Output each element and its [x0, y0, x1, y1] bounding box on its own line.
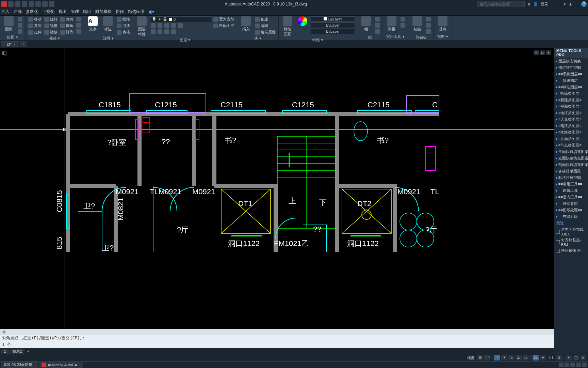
status-snap-icon[interactable]: ⋮⋮ — [484, 355, 490, 361]
layout-tab-2[interactable]: 布局2 — [10, 349, 24, 354]
qat-print-icon[interactable] — [35, 1, 41, 7]
login-link[interactable]: 登录 — [541, 2, 548, 7]
side-item-15[interactable]: 立面快速填充图案 — [554, 155, 588, 162]
blk-editattr-button[interactable]: 编辑属性 — [254, 29, 276, 35]
side-item-16[interactable]: 剖面快速填充图案 — [554, 162, 588, 168]
recent-item-2[interactable]: 快速镜像-MII — [554, 247, 588, 254]
status-gear-icon[interactable]: ⚙ — [556, 355, 562, 361]
menu-featured[interactable]: 精选应用 — [128, 9, 144, 15]
lay-b5[interactable] — [177, 23, 183, 28]
status-ortho-icon[interactable]: └ — [494, 355, 500, 361]
status-max-icon[interactable]: ◰ — [573, 355, 579, 361]
share-icon[interactable]: ⇅ — [527, 2, 530, 6]
lay-b7[interactable] — [157, 29, 163, 34]
blk-edit-button[interactable]: 编辑 — [254, 23, 276, 29]
rotate-button[interactable]: 旋转 — [44, 16, 58, 22]
mod-e3-button[interactable] — [76, 29, 82, 34]
side-item-0[interactable]: 图层状态切换 — [554, 58, 588, 64]
side-item-4[interactable]: ==标注图层== — [554, 84, 588, 90]
drawing-area[interactable]: − □ × — [0, 48, 554, 368]
clip-b2[interactable] — [425, 22, 431, 28]
lineweight-dropdown[interactable]: ByLayer — [311, 22, 355, 28]
lay-b4[interactable] — [170, 23, 177, 28]
side-item-23[interactable]: ==图纸处理== — [554, 207, 588, 213]
viewport-label[interactable]: 图] — [1, 50, 6, 56]
menu-visualize[interactable]: 可视化 — [42, 9, 54, 15]
polyline-button[interactable] — [17, 22, 23, 28]
tray-3-icon[interactable] — [570, 363, 575, 367]
fillet-button[interactable]: 圆角 — [60, 23, 74, 29]
menu-more-icon[interactable]: ▣▾ — [148, 10, 154, 14]
vp-max-icon[interactable]: □ — [540, 50, 545, 55]
circle-button[interactable] — [17, 29, 23, 34]
status-anno-icon[interactable]: ⚖ — [533, 355, 539, 361]
table-button[interactable]: 表格 — [116, 29, 131, 35]
panel-draw-label[interactable]: 绘图 ▾ — [2, 34, 23, 40]
copy-button[interactable]: 复制 — [28, 23, 42, 29]
cmd-input[interactable]: 令 — [0, 329, 554, 335]
side-item-20[interactable]: ==建筑工具== — [554, 187, 588, 194]
status-grid-icon[interactable]: ⊞ — [477, 355, 483, 361]
command-line[interactable]: 对角点或 [栏选(F)/圈围(WP)/圈交(CP)]: 1 个 — [0, 335, 554, 348]
qat-new-icon[interactable] — [8, 1, 14, 7]
side-item-17[interactable]: 瓷砖排版图案 — [554, 168, 588, 174]
panel-layers-label[interactable]: 图层 ▾ — [135, 37, 235, 43]
taskbar-btn-1[interactable]: 019-03-23最新建... — [1, 362, 38, 368]
panel-util-label[interactable]: 实用工具 ▾ — [385, 33, 406, 39]
paste-button[interactable]: 粘贴 — [410, 16, 424, 32]
side-item-13[interactable]: =节点类图层= — [554, 142, 588, 149]
array-button[interactable]: 阵列 — [60, 29, 74, 35]
new-tab-button[interactable]: + — [20, 41, 27, 47]
color-wheel-button[interactable] — [296, 16, 309, 27]
menu-annotate[interactable]: 注释 — [14, 9, 22, 15]
panel-clip-label[interactable]: 剪贴板 — [410, 34, 431, 40]
lay-b8[interactable] — [164, 29, 170, 34]
layerprop-button[interactable]: 图层 特性 — [135, 16, 149, 37]
layout-tab-1[interactable]: 1 — [1, 349, 9, 354]
taskbar-btn-2[interactable]: Autodesk AutoCA... — [39, 362, 83, 368]
lay-b6[interactable] — [150, 29, 156, 34]
grp-b3[interactable] — [374, 29, 380, 34]
side-item-6[interactable]: =新建类图层= — [554, 97, 588, 103]
status-annoscale-icon[interactable]: ✦ — [540, 355, 546, 361]
stretch-button[interactable]: 拉伸 — [28, 29, 42, 35]
clip-b1[interactable] — [425, 16, 431, 22]
insert-button[interactable]: 插入 — [239, 16, 253, 32]
side-item-12[interactable]: =立面类图层= — [554, 136, 588, 142]
group-button[interactable]: 组 — [359, 16, 373, 32]
layer-dropdown[interactable]: 💡☀🔓0 — [150, 16, 211, 22]
side-item-2[interactable]: ==系统图层== — [554, 71, 588, 77]
setcurrent-button[interactable]: 置为当前 — [213, 16, 235, 22]
qat-undo-icon[interactable] — [42, 1, 48, 7]
menu-view[interactable]: 视图 — [59, 9, 67, 15]
tray-2-icon[interactable] — [565, 363, 569, 367]
side-item-18[interactable]: 标注注释控制 — [554, 174, 588, 181]
blk-create-button[interactable]: 创建 — [254, 16, 276, 22]
panel-annot-label[interactable]: 注释 ▾ — [86, 35, 131, 41]
qat-redo-icon[interactable] — [49, 1, 54, 7]
menu-addins[interactable]: 附加模块 — [95, 9, 112, 15]
vp-close-icon[interactable]: × — [546, 50, 551, 55]
side-item-10[interactable]: =电路类图层= — [554, 123, 588, 129]
close-tab-icon[interactable]: × — [14, 42, 16, 46]
util-b1[interactable] — [400, 16, 406, 22]
qat-open-icon[interactable] — [15, 1, 20, 7]
linear-button[interactable]: 线性 — [116, 16, 131, 22]
grp-b1[interactable] — [374, 16, 380, 22]
linetype-dropdown[interactable]: ByLayer — [311, 29, 355, 34]
side-item-14[interactable]: 平面快速填充图案 — [554, 149, 588, 155]
mod-e2-button[interactable] — [76, 22, 82, 28]
side-item-1[interactable]: 图层特性控制 — [554, 64, 588, 71]
menu-insert[interactable]: 插入 — [1, 9, 10, 15]
qat-save-icon[interactable] — [22, 1, 27, 7]
cart-icon[interactable]: ▾ — [564, 2, 566, 6]
app-menu-icon[interactable] — [1, 1, 7, 7]
arc-button[interactable]: 圆弧 — [2, 16, 16, 32]
side-item-11[interactable]: =水路类图层= — [554, 129, 588, 136]
base-button[interactable]: 基点 — [436, 16, 450, 32]
vp-min-icon[interactable]: − — [534, 50, 539, 55]
color-dropdown[interactable]: ByLayer — [311, 16, 355, 22]
status-ws-icon[interactable]: + — [566, 355, 572, 361]
xchange-icon[interactable]: ▲ — [569, 2, 572, 6]
scale-button[interactable]: 缩放 — [44, 29, 58, 35]
